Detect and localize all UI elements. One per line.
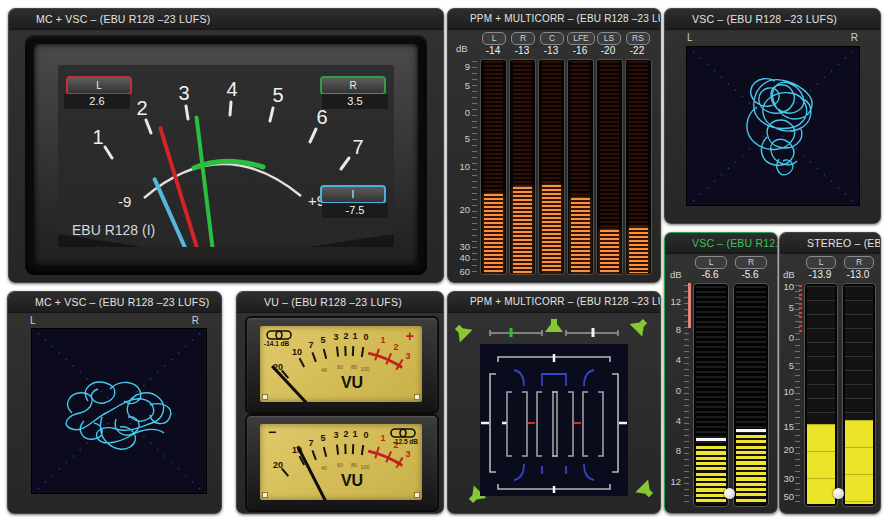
panel-ppm-multicorr-bars[interactable]: PPM + MULTICORR – (EBU R128 –23 LUFS) dB… xyxy=(447,8,661,283)
right-channel-pill: R xyxy=(320,76,386,95)
led-bar-R xyxy=(733,283,769,507)
reference-level-badge: -14.1 dB xyxy=(264,340,289,347)
channel-pill: L xyxy=(695,256,727,269)
scale-tick-label: 4 xyxy=(676,354,681,365)
scale-tick-label: 10 xyxy=(459,160,470,171)
vectorscope-display xyxy=(686,46,860,206)
vu-percent-label: 100 xyxy=(360,366,369,372)
scale-tick-label: 5 xyxy=(789,359,794,370)
scale-tick-label: 30 xyxy=(783,472,794,483)
speaker-icon-center xyxy=(545,319,563,332)
scale-number: 1 xyxy=(92,126,103,148)
reference-level-badge: -12.5 dB xyxy=(393,438,418,445)
scale-tick-label: 5 xyxy=(789,302,794,313)
plus-sign: + xyxy=(406,328,414,344)
speaker-icon-front-left xyxy=(454,321,473,343)
scale-tick-label: 9 xyxy=(465,61,470,72)
led-bar-fill xyxy=(696,446,726,504)
analog-meter-face: 1 2 3 4 5 6 7 -9 +9 EBU R128 xyxy=(58,65,394,247)
channel-pill: RS xyxy=(626,32,650,45)
right-channel-value: 3.5 xyxy=(322,94,388,109)
screw xyxy=(414,492,420,498)
panel-surround-analyzer[interactable]: PPM + MULTICORR – (EBU R128 –23 LUFS) xyxy=(447,291,661,514)
channel-pill: R xyxy=(511,32,535,45)
vu-scale-number: 7 xyxy=(308,340,313,350)
integrated-value: -7.5 xyxy=(322,203,388,218)
vu-meter-bottom: − -12.5 dB xyxy=(245,414,439,512)
scale-tick-label: 5 xyxy=(465,79,470,90)
channel-value: -13.9 xyxy=(801,269,839,280)
vu-percent-label: 40 xyxy=(321,367,327,373)
vu-scale-number: 10 xyxy=(292,347,302,357)
panel-vsc-led-meter[interactable]: VSC – (EBU R12... L R -6.6 -5.6 dB 12 8 … xyxy=(664,232,778,514)
vu-scale-number: 1 xyxy=(352,331,357,341)
ppm-bar-LFE xyxy=(567,59,594,275)
scale-tick-label: 0 xyxy=(789,331,794,342)
vu-scale-number-red: 3 xyxy=(405,351,410,361)
channel-value: -13 xyxy=(508,45,536,56)
right-label: R xyxy=(192,315,199,326)
led-bar-area: 10 5 0 5 10 15 20 30 50 xyxy=(780,283,880,507)
left-label: L xyxy=(30,315,36,326)
ppm-bar-LS xyxy=(596,59,623,275)
correlation-ball xyxy=(833,488,844,499)
scale-tick-label: 8 xyxy=(676,323,681,334)
led-bar-area: 12 8 4 0 4 8 12 xyxy=(665,283,777,507)
arc-min-label: -9 xyxy=(118,193,131,210)
vectorscope-display xyxy=(31,328,207,494)
scope-crosshair-dots xyxy=(38,333,200,489)
channel-value: -16 xyxy=(566,45,594,56)
left-label: L xyxy=(687,32,693,43)
left-channel-pill: L xyxy=(66,76,132,95)
led-bar-fill xyxy=(845,420,873,504)
panel-stereo-led-meter[interactable]: STEREO – (EBU ... L R -13.9 -13.0 dB 10 … xyxy=(779,232,881,514)
panel-title: PPM + MULTICORR – (EBU R128 –23 LUFS) xyxy=(448,9,660,30)
over-zone-strip xyxy=(688,283,691,328)
vu-face: 20 10 7 5 3 2 1 0 1 2 3 xyxy=(260,326,422,402)
scale-number: 4 xyxy=(226,78,237,100)
channel-pill: R xyxy=(735,256,767,269)
panel-vsc-scope[interactable]: VSC – (EBU R128 –23 LUFS) L R xyxy=(664,8,881,224)
ppm-bar-fill xyxy=(629,228,648,273)
scale-tick-label: 8 xyxy=(676,445,681,456)
panel-vu[interactable]: VU – (EBU R128 –23 LUFS) xyxy=(236,291,444,514)
ppm-bar-fill xyxy=(484,194,503,273)
correlation-scale-left xyxy=(490,330,542,336)
mode-label: EBU R128 (I) xyxy=(72,222,155,238)
scale-number: 3 xyxy=(178,82,189,104)
scale-tick-label: 15 xyxy=(783,421,794,432)
ppm-bar-R xyxy=(509,59,536,275)
vu-percent-label: 60 xyxy=(337,364,343,370)
scale-tick-label: 10 xyxy=(783,281,794,292)
meter-bezel: 1 2 3 4 5 6 7 -9 +9 EBU R128 xyxy=(25,35,427,275)
ppm-bar-fill xyxy=(542,185,561,273)
left-channel-value: 2.6 xyxy=(64,94,130,109)
correlation-ball xyxy=(724,488,735,499)
link-icon xyxy=(266,330,292,340)
scale-tick-label: 5 xyxy=(465,133,470,144)
channel-value: -22 xyxy=(623,45,651,56)
channel-pill: LFE xyxy=(567,32,595,45)
vu-red-zone-arc xyxy=(368,353,402,368)
scale-tick-label: 40 xyxy=(459,251,470,262)
scale-tick-label: 4 xyxy=(676,414,681,425)
peak-hold-line xyxy=(696,438,726,441)
lissajous-trace xyxy=(747,79,812,175)
panel-title: MC + VSC – (EBU R128 –23 LUFS) xyxy=(8,292,221,313)
scale-tick-label: 0 xyxy=(676,384,681,395)
scale-tick-label: 12 xyxy=(670,295,681,306)
scale-number: 2 xyxy=(136,97,147,119)
panel-title: STEREO – (EBU ... xyxy=(780,233,880,254)
ppm-bar-fill xyxy=(600,230,619,273)
vu-unit-label: VU xyxy=(341,374,363,391)
led-bar-L xyxy=(804,283,838,507)
scale-tick-label: 50 xyxy=(783,491,794,502)
channel-value: -14 xyxy=(479,45,507,56)
panel-mc-vsc-scope[interactable]: MC + VSC – (EBU R128 –23 LUFS) L R xyxy=(7,291,222,514)
scale-number: 5 xyxy=(272,84,283,106)
scale-tick-label: 30 xyxy=(459,240,470,251)
led-bar-fill xyxy=(807,424,835,504)
vu-face: − -12.5 dB xyxy=(260,424,422,500)
over-zone-strip xyxy=(799,285,802,334)
panel-mc-vsc-meter[interactable]: MC + VSC – (EBU R128 –23 LUFS) 1 2 xyxy=(8,8,444,283)
